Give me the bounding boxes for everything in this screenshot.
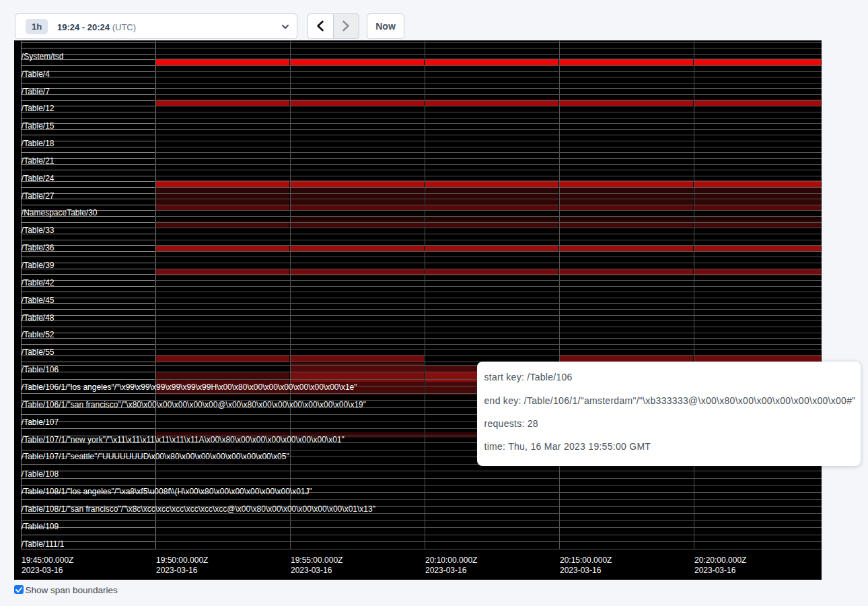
svg-text:/System/tsd: /System/tsd	[22, 51, 64, 61]
svg-text:/Table/108/1/"los angeles"/"\x: /Table/108/1/"los angeles"/"\xa8\xf5\u00…	[22, 487, 312, 496]
svg-text:2023-03-16: 2023-03-16	[560, 565, 602, 574]
svg-text:/Table/33: /Table/33	[22, 226, 55, 235]
svg-text:/Table/18: /Table/18	[22, 139, 55, 148]
svg-text:/Table/24: /Table/24	[22, 173, 55, 182]
svg-text:/Table/109: /Table/109	[22, 521, 59, 531]
svg-text:2023-03-16: 2023-03-16	[291, 565, 332, 574]
svg-text:/Table/107/1/"new york"/"\x11\: /Table/107/1/"new york"/"\x11\x11\x11\x1…	[22, 434, 345, 444]
svg-text:19:45:00.000Z: 19:45:00.000Z	[22, 556, 73, 565]
svg-text:/Table/45: /Table/45	[22, 295, 55, 304]
svg-text:20:10:00.000Z: 20:10:00.000Z	[425, 556, 477, 565]
svg-text:/Table/106/1/"los angeles"/"\x: /Table/106/1/"los angeles"/"\x99\x99\x99…	[22, 382, 357, 392]
svg-text:19:55:00.000Z: 19:55:00.000Z	[291, 556, 342, 565]
svg-text:/Table/111/1: /Table/111/1	[22, 539, 65, 548]
svg-text:/Table/36: /Table/36	[22, 243, 55, 252]
svg-text:/Table/39: /Table/39	[22, 261, 55, 270]
svg-text:/Table/106: /Table/106	[22, 365, 59, 374]
svg-text:2023-03-16: 2023-03-16	[425, 565, 467, 574]
svg-text:2023-03-16: 2023-03-16	[694, 565, 736, 574]
svg-text:/Table/27: /Table/27	[22, 191, 55, 200]
svg-text:/Table/12: /Table/12	[22, 104, 55, 113]
svg-text:/Table/52: /Table/52	[22, 330, 55, 339]
svg-text:/Table/15: /Table/15	[22, 121, 55, 131]
svg-text:/Table/4: /Table/4	[22, 69, 50, 78]
svg-text:/Table/7: /Table/7	[22, 86, 50, 96]
svg-text:/Table/106/1/"san francisco"/": /Table/106/1/"san francisco"/"\x80\x00\x…	[22, 399, 366, 409]
svg-text:19:50:00.000Z: 19:50:00.000Z	[156, 556, 208, 565]
svg-text:/Table/21: /Table/21	[22, 156, 55, 165]
svg-text:2023-03-16: 2023-03-16	[156, 565, 198, 574]
svg-text:2023-03-16: 2023-03-16	[22, 565, 63, 574]
svg-text:/Table/55: /Table/55	[22, 347, 55, 357]
svg-text:20:20:00.000Z: 20:20:00.000Z	[694, 556, 746, 565]
svg-text:/Table/108: /Table/108	[22, 469, 59, 479]
svg-text:/Table/42: /Table/42	[22, 277, 55, 287]
svg-text:/Table/107: /Table/107	[22, 417, 59, 426]
svg-text:/Table/108/1/"san francisco"/": /Table/108/1/"san francisco"/"\x8c\xcc\x…	[22, 504, 375, 513]
svg-text:/Table/48: /Table/48	[22, 312, 55, 322]
svg-text:/NamespaceTable/30: /NamespaceTable/30	[22, 208, 98, 217]
svg-text:20:15:00.000Z: 20:15:00.000Z	[560, 556, 612, 565]
svg-text:/Table/107/1/"seattle"/"UUUUUU: /Table/107/1/"seattle"/"UUUUUUUD\x00\x80…	[22, 452, 289, 461]
